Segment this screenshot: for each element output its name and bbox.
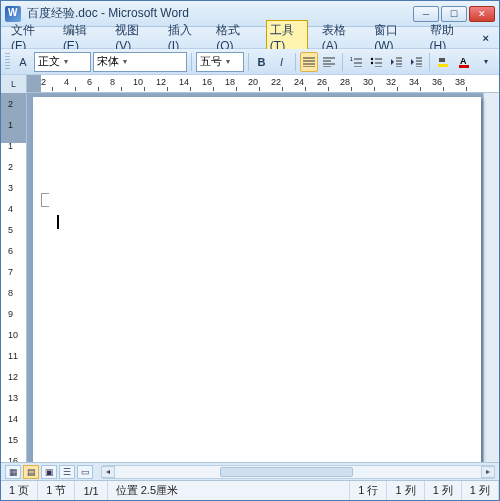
text-cursor: [57, 215, 58, 229]
ruler-number: 7: [8, 267, 13, 277]
formatting-toolbar: A 正文▾ 宋体▾ 五号▾ B I 1 A: [1, 49, 499, 75]
ruler-number: 36: [432, 77, 442, 87]
ruler-tick: [98, 87, 99, 91]
ruler-number: 8: [8, 288, 13, 298]
status-col3[interactable]: 1 列: [462, 481, 499, 500]
ruler-number: 5: [8, 225, 13, 235]
ruler-number: 38: [455, 77, 465, 87]
font-combo[interactable]: 宋体▾: [93, 52, 187, 72]
normal-view-button[interactable]: ▦: [5, 465, 21, 479]
scroll-thumb[interactable]: [220, 467, 353, 477]
status-section[interactable]: 1 节: [38, 481, 75, 500]
decrease-indent-button[interactable]: [387, 52, 405, 72]
horizontal-scrollbar[interactable]: ◂ ▸: [101, 465, 495, 479]
chevron-down-icon: ▾: [64, 57, 68, 66]
status-line[interactable]: 1 行: [350, 481, 387, 500]
ruler-number: 12: [8, 372, 18, 382]
status-pages[interactable]: 1/1: [75, 481, 107, 500]
svg-rect-3: [438, 64, 448, 67]
web-layout-view-button[interactable]: ▣: [41, 465, 57, 479]
separator: [429, 53, 430, 71]
ruler-number: 28: [340, 77, 350, 87]
ruler-margin-top: [1, 93, 26, 143]
separator: [248, 53, 249, 71]
increase-indent-button[interactable]: [407, 52, 425, 72]
italic-button[interactable]: I: [273, 52, 291, 72]
ruler-number: 2: [41, 77, 46, 87]
ruler-number: 18: [225, 77, 235, 87]
ruler-tick: [190, 87, 191, 91]
status-col1[interactable]: 1 列: [387, 481, 424, 500]
word-app-icon: [5, 6, 21, 22]
ruler-tick: [75, 87, 76, 91]
outline-view-button[interactable]: ☰: [59, 465, 75, 479]
ruler-number: 4: [8, 204, 13, 214]
vertical-ruler[interactable]: 21123456789101112131415161718: [1, 93, 27, 462]
ruler-tick: [52, 87, 53, 91]
toolbar-options-button[interactable]: ▾: [477, 52, 495, 72]
highlight-button[interactable]: [434, 52, 454, 72]
ruler-tick: [328, 87, 329, 91]
close-document-button[interactable]: ×: [479, 32, 493, 44]
ruler-number: 20: [248, 77, 258, 87]
ruler-tick: [236, 87, 237, 91]
ruler-number: 6: [8, 246, 13, 256]
font-color-button[interactable]: A: [455, 52, 475, 72]
ruler-tick: [282, 87, 283, 91]
svg-text:1: 1: [350, 57, 353, 62]
ruler-number: 13: [8, 393, 18, 403]
font-value: 宋体: [97, 54, 119, 69]
ruler-tick: [420, 87, 421, 91]
ruler-number: 24: [294, 77, 304, 87]
bulleted-list-button[interactable]: [367, 52, 385, 72]
ruler-number: 2: [8, 99, 13, 109]
document-page[interactable]: [33, 97, 481, 462]
status-page[interactable]: 1 页: [1, 481, 38, 500]
reading-view-button[interactable]: ▭: [77, 465, 93, 479]
align-justify-button[interactable]: [300, 52, 318, 72]
scroll-right-button[interactable]: ▸: [481, 466, 495, 478]
ruler-number: 14: [179, 77, 189, 87]
print-layout-view-button[interactable]: ▤: [23, 465, 39, 479]
svg-point-1: [370, 57, 372, 59]
ruler-number: 3: [8, 183, 13, 193]
separator: [295, 53, 296, 71]
align-left-button[interactable]: [320, 52, 338, 72]
vertical-scrollbar[interactable]: [483, 93, 499, 462]
align-justify-icon: [303, 57, 315, 67]
svg-rect-5: [459, 65, 469, 68]
decrease-indent-icon: [390, 57, 402, 67]
scroll-left-button[interactable]: ◂: [101, 466, 115, 478]
size-combo[interactable]: 五号▾: [196, 52, 243, 72]
ruler-number: 22: [271, 77, 281, 87]
horizontal-ruler[interactable]: L 2468101214161820222426283032343638: [1, 75, 499, 93]
ruler-number: 16: [202, 77, 212, 87]
status-bar: 1 页 1 节 1/1 位置 2.5厘米 1 行 1 列 1 列 1 列: [1, 480, 499, 500]
ruler-tick: [443, 87, 444, 91]
ruler-scale: 2468101214161820222426283032343638: [27, 75, 499, 92]
styles-pane-button[interactable]: A: [14, 52, 32, 72]
ruler-tick: [397, 87, 398, 91]
ruler-number: 34: [409, 77, 419, 87]
ruler-number: 4: [64, 77, 69, 87]
view-bar: ▦ ▤ ▣ ☰ ▭ ◂ ▸: [1, 462, 499, 480]
ruler-tick: [213, 87, 214, 91]
style-value: 正文: [38, 54, 60, 69]
style-combo[interactable]: 正文▾: [34, 52, 91, 72]
tab-selector[interactable]: L: [1, 75, 27, 93]
status-col2[interactable]: 1 列: [425, 481, 462, 500]
status-position[interactable]: 位置 2.5厘米: [108, 481, 351, 500]
chevron-down-icon: ▾: [226, 57, 230, 66]
toolbar-grip-icon[interactable]: [5, 53, 10, 71]
ruler-tick: [167, 87, 168, 91]
close-button[interactable]: ✕: [469, 6, 495, 22]
work-area: 21123456789101112131415161718: [1, 93, 499, 462]
ruler-margin-left: [27, 75, 41, 92]
page-viewport[interactable]: [27, 93, 483, 462]
ruler-number: 10: [133, 77, 143, 87]
numbered-list-icon: 1: [350, 57, 362, 67]
size-value: 五号: [200, 54, 222, 69]
svg-text:A: A: [460, 56, 467, 66]
numbered-list-button[interactable]: 1: [347, 52, 365, 72]
bold-button[interactable]: B: [253, 52, 271, 72]
